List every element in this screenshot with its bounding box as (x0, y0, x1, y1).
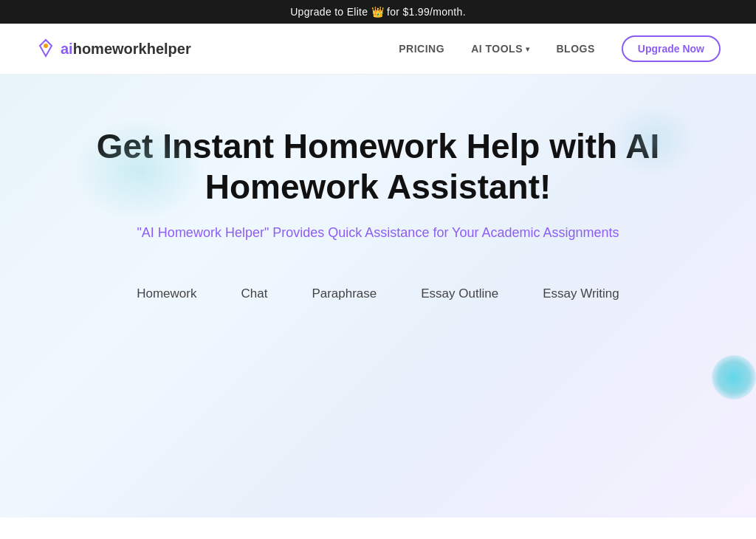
upgrade-now-button[interactable]: Upgrade Now (622, 35, 721, 62)
logo-icon (35, 38, 56, 59)
svg-point-1 (44, 44, 48, 48)
tab-essay-outline[interactable]: Essay Outline (421, 282, 498, 306)
header: aihomeworkhelper PRICING AI TOOLS ▾ BLOG… (0, 24, 756, 75)
hero-subtitle: "AI Homework Helper" Provides Quick Assi… (137, 225, 619, 241)
nav-ai-tools[interactable]: AI TOOLS ▾ (471, 43, 529, 55)
logo[interactable]: aihomeworkhelper (35, 38, 191, 59)
logo-text: aihomeworkhelper (61, 41, 191, 58)
banner-text: Upgrade to Elite 👑 for $1.99/month. (290, 6, 466, 18)
tab-bar: Homework Chat Paraphrase Essay Outline E… (137, 282, 619, 306)
chevron-down-icon: ▾ (526, 45, 530, 53)
crown-icon: 👑 (368, 6, 384, 18)
hero-section: Get Instant Homework Help with AI Homewo… (0, 75, 756, 518)
tab-homework[interactable]: Homework (137, 282, 196, 306)
nav: PRICING AI TOOLS ▾ BLOGS Upgrade Now (399, 35, 721, 62)
tab-essay-writing[interactable]: Essay Writing (543, 282, 619, 306)
tab-chat[interactable]: Chat (241, 282, 267, 306)
hero-title: Get Instant Homework Help with AI Homewo… (90, 126, 666, 207)
decorative-blob-3 (712, 355, 756, 399)
nav-blogs[interactable]: BLOGS (556, 43, 594, 55)
top-banner: Upgrade to Elite 👑 for $1.99/month. (0, 0, 756, 24)
nav-pricing[interactable]: PRICING (399, 43, 444, 55)
tab-paraphrase[interactable]: Paraphrase (312, 282, 377, 306)
